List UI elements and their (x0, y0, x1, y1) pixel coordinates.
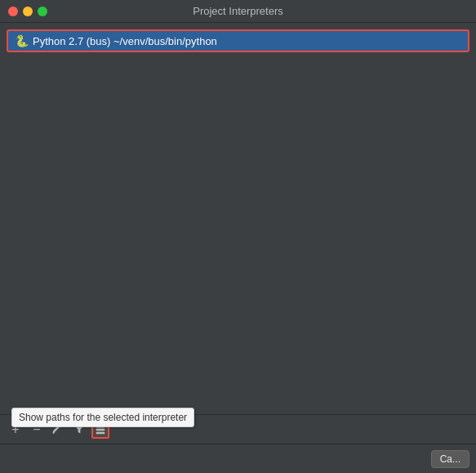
interpreter-list: 🐍 Python 2.7 (bus) ~/venv/bus/bin/python (7, 29, 469, 408)
title-bar: Project Interpreters (0, 0, 476, 23)
interpreter-label: Python 2.7 (bus) ~/venv/bus/bin/python (33, 35, 217, 47)
svg-rect-1 (96, 428, 105, 431)
window-title: Project Interpreters (193, 5, 283, 17)
cancel-button[interactable]: Ca... (431, 450, 469, 468)
traffic-lights (8, 7, 47, 16)
python-icon: 🐍 (15, 34, 28, 47)
tooltip-text: Show paths for the selected interpreter (19, 412, 187, 423)
footer: Ca... (0, 444, 476, 473)
tooltip: Show paths for the selected interpreter (11, 408, 194, 427)
svg-rect-2 (96, 431, 105, 434)
close-button[interactable] (8, 7, 18, 16)
project-interpreters-window: Project Interpreters 🐍 Python 2.7 (bus) … (0, 0, 476, 473)
maximize-button[interactable] (38, 7, 47, 16)
content-area: 🐍 Python 2.7 (bus) ~/venv/bus/bin/python (0, 23, 476, 414)
interpreter-item[interactable]: 🐍 Python 2.7 (bus) ~/venv/bus/bin/python (7, 29, 469, 52)
minimize-button[interactable] (23, 7, 33, 16)
